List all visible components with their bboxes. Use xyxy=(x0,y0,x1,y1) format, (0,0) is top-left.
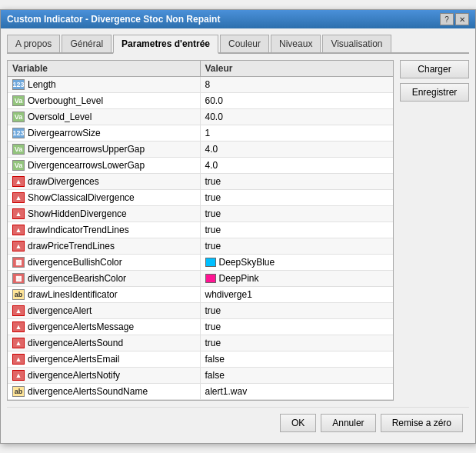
table-row[interactable]: VaDivergencearrowsUpperGap4.0 xyxy=(8,142,393,158)
variable-value: false xyxy=(205,354,225,365)
table-row[interactable]: ▲divergenceAlertsNotifyfalse xyxy=(8,368,393,384)
variable-cell: ▲ShowClassicalDivergence xyxy=(8,190,201,205)
bool-icon: ▲ xyxy=(12,192,25,203)
variable-name: DivergencearrowsLowerGap xyxy=(28,160,145,171)
variable-cell: abdivergenceAlertsSoundName xyxy=(8,384,201,399)
variable-cell: VaOverbought_Level xyxy=(8,93,201,108)
value-cell: 40.0 xyxy=(201,109,394,125)
variable-cell: ▲divergenceAlertsSound xyxy=(8,335,201,351)
variable-name: ShowClassicalDivergence xyxy=(28,192,135,203)
tab-niveaux[interactable]: Niveaux xyxy=(271,35,321,52)
table-row[interactable]: ▲ShowClassicalDivergencetrue xyxy=(8,190,393,206)
table-row[interactable]: ▲divergenceAlertsMessagetrue xyxy=(8,319,393,335)
table-row[interactable]: 123DivergearrowSize1 xyxy=(8,125,393,142)
ab-icon: ab xyxy=(12,386,25,397)
value-cell: alert1.wav xyxy=(201,384,394,399)
tab-couleur[interactable]: Couleur xyxy=(220,35,269,52)
table-row[interactable]: ▲divergenceAlerttrue xyxy=(8,303,393,319)
value-cell: false xyxy=(201,351,394,367)
variable-cell: ▲drawDivergences xyxy=(8,174,201,189)
ok-button[interactable]: OK xyxy=(280,414,316,432)
annuler-button[interactable]: Annuler xyxy=(321,414,375,432)
value-cell: true xyxy=(201,222,394,238)
variable-name: DivergearrowSize xyxy=(28,128,101,138)
val-icon: Va xyxy=(12,112,25,122)
bool-icon: ▲ xyxy=(12,354,25,365)
table-body: 123Length8VaOverbought_Level60.0VaOverso… xyxy=(8,77,393,400)
val-icon: Va xyxy=(12,95,25,106)
value-cell: 4.0 xyxy=(201,158,394,173)
charger-button[interactable]: Charger xyxy=(400,60,469,78)
variable-value: 1 xyxy=(205,128,211,138)
variable-value: true xyxy=(205,338,221,348)
variable-cell: ▦divergenceBullishColor xyxy=(8,255,201,270)
variable-cell: ▲drawIndicatorTrendLines xyxy=(8,222,201,238)
int-icon: 123 xyxy=(12,128,25,138)
window-content: A proposGénéralParametres d'entréeCouleu… xyxy=(1,28,475,443)
variable-value: alert1.wav xyxy=(205,386,248,397)
table-row[interactable]: ▦divergenceBullishColorDeepSkyBlue xyxy=(8,255,393,271)
value-cell: 4.0 xyxy=(201,142,394,157)
variable-name: divergenceAlertsNotify xyxy=(28,370,120,381)
variable-cell: ▲divergenceAlertsNotify xyxy=(8,368,201,383)
bool-icon: ▲ xyxy=(12,208,25,219)
col-variable-header: Variable xyxy=(8,61,201,76)
help-button[interactable]: ? xyxy=(440,13,454,25)
remise-button[interactable]: Remise a zéro xyxy=(381,414,463,432)
table-row[interactable]: ▲drawIndicatorTrendLinestrue xyxy=(8,222,393,238)
variable-name: divergenceAlertsEmail xyxy=(28,354,119,365)
variable-value: whdiverge1 xyxy=(205,289,252,300)
table-row[interactable]: ▲divergenceAlertsSoundtrue xyxy=(8,335,393,351)
variable-value: true xyxy=(205,176,221,187)
variable-name: divergenceAlertsSound xyxy=(28,338,123,348)
variable-cell: ▲divergenceAlertsEmail xyxy=(8,351,201,367)
int-icon: 123 xyxy=(12,79,25,90)
table-row[interactable]: ▲ShowHiddenDivergencetrue xyxy=(8,206,393,222)
table-row[interactable]: abdivergenceAlertsSoundNamealert1.wav xyxy=(8,384,393,400)
variable-cell: 123Length xyxy=(8,77,201,92)
table-row[interactable]: 123Length8 xyxy=(8,77,393,93)
variable-value: DeepSkyBlue xyxy=(219,257,275,268)
side-buttons: Charger Enregistrer xyxy=(400,60,469,401)
value-cell: DeepPink xyxy=(201,271,394,286)
title-bar: Custom Indicator - Divergence Stoc Non R… xyxy=(1,10,475,28)
bool-icon: ▲ xyxy=(12,305,25,316)
variable-name: DivergencearrowsUpperGap xyxy=(28,144,145,155)
variable-name: Overbought_Level xyxy=(28,95,103,106)
tab-général[interactable]: Général xyxy=(62,35,112,52)
table-row[interactable]: abdrawLinesIdentificatorwhdiverge1 xyxy=(8,287,393,303)
enregistrer-button[interactable]: Enregistrer xyxy=(400,83,469,102)
close-button[interactable]: ✕ xyxy=(455,13,469,25)
tab-a-propos[interactable]: A propos xyxy=(7,35,60,52)
tab-visualisation[interactable]: Visualisation xyxy=(322,35,391,52)
value-cell: true xyxy=(201,303,394,318)
color-icon: ▦ xyxy=(12,257,25,268)
table-row[interactable]: ▲drawPriceTrendLinestrue xyxy=(8,238,393,255)
table-row[interactable]: ▲drawDivergencestrue xyxy=(8,174,393,190)
variable-name: divergenceBearishColor xyxy=(28,273,126,284)
variable-value: DeepPink xyxy=(219,273,259,284)
main-window: Custom Indicator - Divergence Stoc Non R… xyxy=(0,9,476,444)
variable-name: Length xyxy=(28,79,56,90)
tab-parametres-d'entrée[interactable]: Parametres d'entrée xyxy=(113,35,218,54)
variable-name: drawDivergences xyxy=(28,176,99,187)
variable-value: true xyxy=(205,305,221,316)
variable-cell: 123DivergearrowSize xyxy=(8,125,201,141)
variable-name: drawLinesIdentificator xyxy=(28,289,118,300)
variable-cell: ▦divergenceBearishColor xyxy=(8,271,201,286)
variable-value: 40.0 xyxy=(205,112,223,122)
table-row[interactable]: VaOversold_Level40.0 xyxy=(8,109,393,125)
variable-value: 4.0 xyxy=(205,160,218,171)
variable-cell: VaDivergencearrowsUpperGap xyxy=(8,142,201,157)
value-cell: false xyxy=(201,368,394,383)
value-cell: true xyxy=(201,335,394,351)
table-row[interactable]: ▦divergenceBearishColorDeepPink xyxy=(8,271,393,287)
table-row[interactable]: VaDivergencearrowsLowerGap4.0 xyxy=(8,158,393,174)
table-row[interactable]: ▲divergenceAlertsEmailfalse xyxy=(8,351,393,368)
variable-name: drawIndicatorTrendLines xyxy=(28,225,129,235)
variable-value: true xyxy=(205,225,221,235)
color-swatch xyxy=(205,274,216,283)
variable-name: drawPriceTrendLines xyxy=(28,241,115,251)
table-row[interactable]: VaOverbought_Level60.0 xyxy=(8,93,393,109)
bool-icon: ▲ xyxy=(12,241,25,251)
